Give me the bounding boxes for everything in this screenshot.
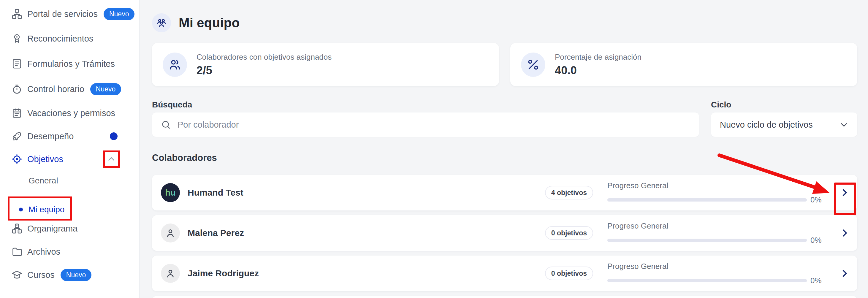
orgchart-icon (11, 223, 23, 234)
collaborator-row-partial[interactable] (152, 296, 857, 298)
page-title: Mi equipo (179, 15, 240, 30)
cycle-selected-value: Nuevo ciclo de objetivos (720, 120, 813, 130)
chevron-right-icon[interactable] (839, 228, 849, 238)
progress-block: Progreso General 0% (607, 262, 823, 285)
collaborator-row[interactable]: Malena Perez 0 objetivos Progreso Genera… (152, 215, 857, 251)
sidebar-item-reconocimientos[interactable]: Reconocimientos (0, 29, 140, 49)
collaborator-name: Humand Test (188, 188, 243, 198)
sidebar-item-portal-de-servicios[interactable]: Portal de servicios Nuevo (0, 4, 140, 24)
stat-card-assigned: Colaboradores con objetivos asignados 2/… (152, 43, 499, 86)
notification-dot (110, 132, 118, 140)
collaborator-row[interactable]: Jaime Rodriguez 0 objetivos Progreso Gen… (152, 256, 857, 291)
sidebar-item-formularios-y-tramites[interactable]: Formularios y Trámites (0, 54, 140, 74)
objectives-count-badge: 0 objetivos (545, 226, 593, 240)
progress-label: Progreso General (607, 222, 823, 231)
cycle-label: Ciclo (711, 100, 857, 110)
filters-row: Búsqueda Ciclo Nuevo ciclo de objetivos (152, 100, 857, 137)
users-icon (163, 53, 187, 77)
progress-block: Progreso General 0% (607, 222, 823, 245)
progress-percentage: 0% (810, 195, 823, 204)
stats-row: Colaboradores con objetivos asignados 2/… (152, 43, 857, 86)
progress-percentage: 0% (810, 236, 823, 245)
sidebar-item-vacaciones-y-permisos[interactable]: Vacaciones y permisos (0, 103, 140, 123)
sidebar-subitem-mi-equipo[interactable]: Mi equipo (0, 199, 140, 220)
target-icon (11, 154, 23, 165)
collaborator-row[interactable]: hu Humand Test 4 objetivos Progreso Gene… (152, 175, 857, 210)
calendar-icon (11, 107, 23, 119)
progress-label: Progreso General (607, 181, 823, 190)
progress-label: Progreso General (607, 262, 823, 271)
search-box (152, 112, 699, 137)
search-icon (161, 120, 171, 130)
sidebar-item-objetivos[interactable]: Objetivos (0, 149, 140, 169)
form-icon (11, 58, 23, 69)
objectives-count-badge: 4 objetivos (545, 186, 593, 199)
active-bullet (19, 208, 23, 211)
progress-percentage: 0% (810, 276, 823, 285)
chevron-right-icon[interactable] (839, 268, 849, 278)
sidebar-subitem-general[interactable]: General (0, 171, 140, 191)
sidebar-item-organigrama[interactable]: Organigrama (0, 219, 140, 239)
stat-label: Colaboradores con objetivos asignados (196, 53, 332, 62)
collaborator-name: Malena Perez (188, 228, 244, 238)
stat-card-percentage: Porcentaje de asignación 40.0 (510, 43, 857, 86)
collaborators-heading: Colaboradores (152, 152, 857, 164)
new-badge: Nuevo (61, 269, 91, 281)
stat-value: 2/5 (196, 64, 332, 77)
stat-value: 40.0 (555, 64, 642, 77)
progress-bar (607, 198, 807, 202)
stat-label: Porcentaje de asignación (555, 53, 642, 62)
chevron-up-icon[interactable] (106, 154, 116, 164)
progress-bar (607, 279, 807, 282)
search-input[interactable] (152, 112, 699, 137)
page-header: Mi equipo (152, 13, 857, 32)
chevron-right-icon[interactable] (839, 188, 849, 198)
person-icon (161, 224, 180, 242)
main-content: Mi equipo Colaboradores con objetivos as… (140, 0, 868, 298)
folder-icon (11, 246, 23, 257)
award-icon (11, 33, 23, 44)
page: Portal de servicios Nuevo Reconocimiento… (0, 0, 868, 298)
objectives-count-badge: 0 objetivos (545, 267, 593, 280)
collaborator-name: Jaime Rodriguez (188, 268, 259, 278)
sidebar-item-archivos[interactable]: Archivos (0, 242, 140, 262)
courses-icon (11, 269, 23, 280)
stopwatch-icon (11, 84, 23, 95)
new-badge: Nuevo (103, 8, 134, 20)
progress-bar (607, 239, 807, 242)
avatar-brand: hu (161, 183, 180, 202)
sitemap-icon (11, 8, 23, 20)
sidebar-item-cursos[interactable]: Cursos Nuevo (0, 265, 140, 285)
percent-icon (521, 53, 545, 77)
search-label: Búsqueda (152, 100, 699, 110)
progress-block: Progreso General 0% (607, 181, 823, 204)
team-icon (152, 13, 171, 32)
sidebar-item-desempeno[interactable]: Desempeño (0, 126, 140, 146)
sidebar: Portal de servicios Nuevo Reconocimiento… (0, 0, 140, 298)
cycle-select[interactable]: Nuevo ciclo de objetivos (711, 112, 857, 137)
collaborator-list: hu Humand Test 4 objetivos Progreso Gene… (152, 175, 857, 298)
person-icon (161, 264, 180, 283)
chevron-down-icon (839, 120, 849, 130)
sidebar-item-control-horario[interactable]: Control horario Nuevo (0, 79, 140, 99)
rocket-icon (11, 131, 23, 142)
new-badge: Nuevo (90, 83, 121, 95)
